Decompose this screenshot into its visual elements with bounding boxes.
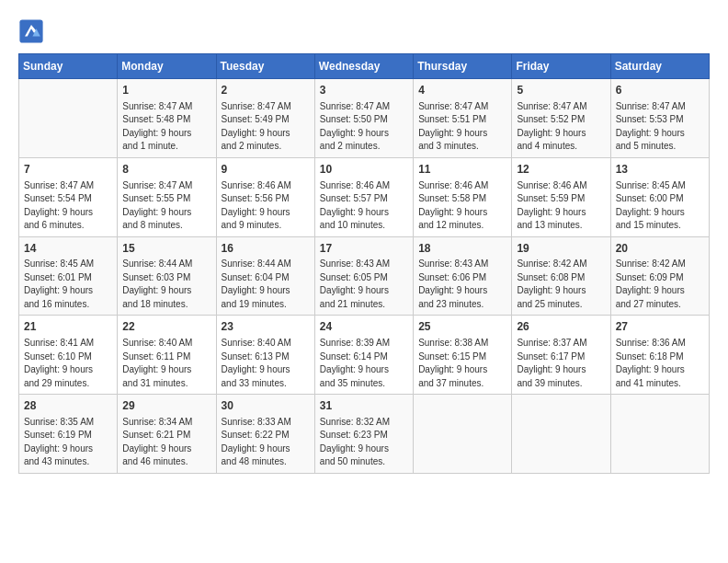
calendar-cell: 8Sunrise: 8:47 AM Sunset: 5:55 PM Daylig… <box>118 157 216 236</box>
day-info: Sunrise: 8:47 AM Sunset: 5:53 PM Dayligh… <box>616 100 704 154</box>
calendar-cell: 3Sunrise: 8:47 AM Sunset: 5:50 PM Daylig… <box>314 79 413 158</box>
calendar-cell: 18Sunrise: 8:43 AM Sunset: 6:06 PM Dayli… <box>414 236 512 316</box>
calendar-cell: 23Sunrise: 8:40 AM Sunset: 6:13 PM Dayli… <box>216 316 314 395</box>
day-info: Sunrise: 8:46 AM Sunset: 5:56 PM Dayligh… <box>222 179 310 233</box>
day-info: Sunrise: 8:37 AM Sunset: 6:17 PM Dayligh… <box>517 337 605 390</box>
day-info: Sunrise: 8:47 AM Sunset: 5:50 PM Dayligh… <box>320 100 408 154</box>
day-info: Sunrise: 8:35 AM Sunset: 6:19 PM Dayligh… <box>24 416 112 469</box>
calendar-cell: 7Sunrise: 8:47 AM Sunset: 5:54 PM Daylig… <box>19 157 118 236</box>
day-info: Sunrise: 8:32 AM Sunset: 6:23 PM Dayligh… <box>320 416 408 469</box>
day-info: Sunrise: 8:34 AM Sunset: 6:21 PM Dayligh… <box>122 416 210 469</box>
calendar-cell: 2Sunrise: 8:47 AM Sunset: 5:49 PM Daylig… <box>216 79 314 158</box>
day-number: 11 <box>418 162 506 178</box>
day-info: Sunrise: 8:40 AM Sunset: 6:13 PM Dayligh… <box>222 337 310 390</box>
day-info: Sunrise: 8:38 AM Sunset: 6:15 PM Dayligh… <box>418 337 506 390</box>
calendar-cell: 12Sunrise: 8:46 AM Sunset: 5:59 PM Dayli… <box>512 157 610 236</box>
day-number: 10 <box>320 162 408 178</box>
day-number: 6 <box>616 83 704 98</box>
day-number: 29 <box>122 398 210 414</box>
day-header-wednesday: Wednesday <box>314 54 413 79</box>
day-number: 16 <box>222 241 310 257</box>
calendar-cell: 10Sunrise: 8:46 AM Sunset: 5:57 PM Dayli… <box>314 157 413 236</box>
day-header-monday: Monday <box>118 54 216 79</box>
day-info: Sunrise: 8:42 AM Sunset: 6:09 PM Dayligh… <box>616 258 704 311</box>
day-number: 7 <box>24 162 112 178</box>
day-number: 22 <box>122 319 210 335</box>
day-info: Sunrise: 8:43 AM Sunset: 6:06 PM Dayligh… <box>418 258 506 311</box>
day-number: 28 <box>24 398 112 414</box>
calendar-table: SundayMondayTuesdayWednesdayThursdayFrid… <box>18 53 710 474</box>
day-number: 18 <box>418 241 506 257</box>
calendar-cell: 21Sunrise: 8:41 AM Sunset: 6:10 PM Dayli… <box>19 316 118 395</box>
day-info: Sunrise: 8:47 AM Sunset: 5:48 PM Dayligh… <box>122 100 210 154</box>
day-info: Sunrise: 8:46 AM Sunset: 5:59 PM Dayligh… <box>517 179 605 233</box>
day-number: 30 <box>222 398 310 414</box>
day-number: 4 <box>418 83 506 98</box>
calendar-cell: 19Sunrise: 8:42 AM Sunset: 6:08 PM Dayli… <box>512 236 610 316</box>
day-number: 2 <box>222 83 310 98</box>
day-number: 8 <box>122 162 210 178</box>
calendar-cell <box>512 395 610 474</box>
day-number: 5 <box>517 83 605 98</box>
calendar-cell: 25Sunrise: 8:38 AM Sunset: 6:15 PM Dayli… <box>414 316 512 395</box>
day-info: Sunrise: 8:44 AM Sunset: 6:04 PM Dayligh… <box>222 258 310 311</box>
day-header-friday: Friday <box>512 54 610 79</box>
day-number: 15 <box>122 241 210 257</box>
day-info: Sunrise: 8:47 AM Sunset: 5:52 PM Dayligh… <box>517 100 605 154</box>
calendar-cell: 17Sunrise: 8:43 AM Sunset: 6:05 PM Dayli… <box>314 236 413 316</box>
page-header <box>18 18 710 44</box>
day-info: Sunrise: 8:39 AM Sunset: 6:14 PM Dayligh… <box>320 337 408 390</box>
day-number: 14 <box>24 241 112 257</box>
calendar-cell: 29Sunrise: 8:34 AM Sunset: 6:21 PM Dayli… <box>118 395 216 474</box>
day-number: 1 <box>122 83 210 98</box>
week-row-2: 7Sunrise: 8:47 AM Sunset: 5:54 PM Daylig… <box>19 157 710 236</box>
calendar-cell: 22Sunrise: 8:40 AM Sunset: 6:11 PM Dayli… <box>118 316 216 395</box>
calendar-cell: 5Sunrise: 8:47 AM Sunset: 5:52 PM Daylig… <box>512 79 610 158</box>
day-info: Sunrise: 8:46 AM Sunset: 5:57 PM Dayligh… <box>320 179 408 233</box>
calendar-cell: 16Sunrise: 8:44 AM Sunset: 6:04 PM Dayli… <box>216 236 314 316</box>
day-info: Sunrise: 8:41 AM Sunset: 6:10 PM Dayligh… <box>24 337 112 390</box>
calendar-cell: 24Sunrise: 8:39 AM Sunset: 6:14 PM Dayli… <box>314 316 413 395</box>
day-info: Sunrise: 8:43 AM Sunset: 6:05 PM Dayligh… <box>320 258 408 311</box>
day-info: Sunrise: 8:33 AM Sunset: 6:22 PM Dayligh… <box>222 416 310 469</box>
day-info: Sunrise: 8:42 AM Sunset: 6:08 PM Dayligh… <box>517 258 605 311</box>
day-number: 26 <box>517 319 605 335</box>
day-info: Sunrise: 8:40 AM Sunset: 6:11 PM Dayligh… <box>122 337 210 390</box>
calendar-cell: 26Sunrise: 8:37 AM Sunset: 6:17 PM Dayli… <box>512 316 610 395</box>
day-info: Sunrise: 8:47 AM Sunset: 5:54 PM Dayligh… <box>24 179 112 233</box>
calendar-cell: 15Sunrise: 8:44 AM Sunset: 6:03 PM Dayli… <box>118 236 216 316</box>
day-number: 23 <box>222 319 310 335</box>
day-info: Sunrise: 8:45 AM Sunset: 6:00 PM Dayligh… <box>616 179 704 233</box>
day-number: 20 <box>616 241 704 257</box>
week-row-4: 21Sunrise: 8:41 AM Sunset: 6:10 PM Dayli… <box>19 316 710 395</box>
calendar-cell: 9Sunrise: 8:46 AM Sunset: 5:56 PM Daylig… <box>216 157 314 236</box>
calendar-cell: 1Sunrise: 8:47 AM Sunset: 5:48 PM Daylig… <box>118 79 216 158</box>
calendar-cell: 28Sunrise: 8:35 AM Sunset: 6:19 PM Dayli… <box>19 395 118 474</box>
week-row-5: 28Sunrise: 8:35 AM Sunset: 6:19 PM Dayli… <box>19 395 710 474</box>
week-row-1: 1Sunrise: 8:47 AM Sunset: 5:48 PM Daylig… <box>19 79 710 158</box>
calendar-cell: 31Sunrise: 8:32 AM Sunset: 6:23 PM Dayli… <box>314 395 413 474</box>
svg-rect-0 <box>19 19 42 42</box>
calendar-cell: 27Sunrise: 8:36 AM Sunset: 6:18 PM Dayli… <box>610 316 709 395</box>
calendar-cell <box>610 395 709 474</box>
logo <box>18 18 48 44</box>
day-info: Sunrise: 8:36 AM Sunset: 6:18 PM Dayligh… <box>616 337 704 390</box>
day-number: 24 <box>320 319 408 335</box>
calendar-cell: 6Sunrise: 8:47 AM Sunset: 5:53 PM Daylig… <box>610 79 709 158</box>
day-number: 27 <box>616 319 704 335</box>
day-info: Sunrise: 8:47 AM Sunset: 5:51 PM Dayligh… <box>418 100 506 154</box>
day-number: 9 <box>222 162 310 178</box>
calendar-cell <box>414 395 512 474</box>
day-number: 12 <box>517 162 605 178</box>
calendar-cell: 4Sunrise: 8:47 AM Sunset: 5:51 PM Daylig… <box>414 79 512 158</box>
day-info: Sunrise: 8:47 AM Sunset: 5:55 PM Dayligh… <box>122 179 210 233</box>
day-number: 17 <box>320 241 408 257</box>
day-number: 13 <box>616 162 704 178</box>
day-number: 19 <box>517 241 605 257</box>
calendar-cell: 11Sunrise: 8:46 AM Sunset: 5:58 PM Dayli… <box>414 157 512 236</box>
week-row-3: 14Sunrise: 8:45 AM Sunset: 6:01 PM Dayli… <box>19 236 710 316</box>
day-info: Sunrise: 8:44 AM Sunset: 6:03 PM Dayligh… <box>122 258 210 311</box>
calendar-header: SundayMondayTuesdayWednesdayThursdayFrid… <box>19 54 710 79</box>
calendar-cell: 30Sunrise: 8:33 AM Sunset: 6:22 PM Dayli… <box>216 395 314 474</box>
day-info: Sunrise: 8:46 AM Sunset: 5:58 PM Dayligh… <box>418 179 506 233</box>
